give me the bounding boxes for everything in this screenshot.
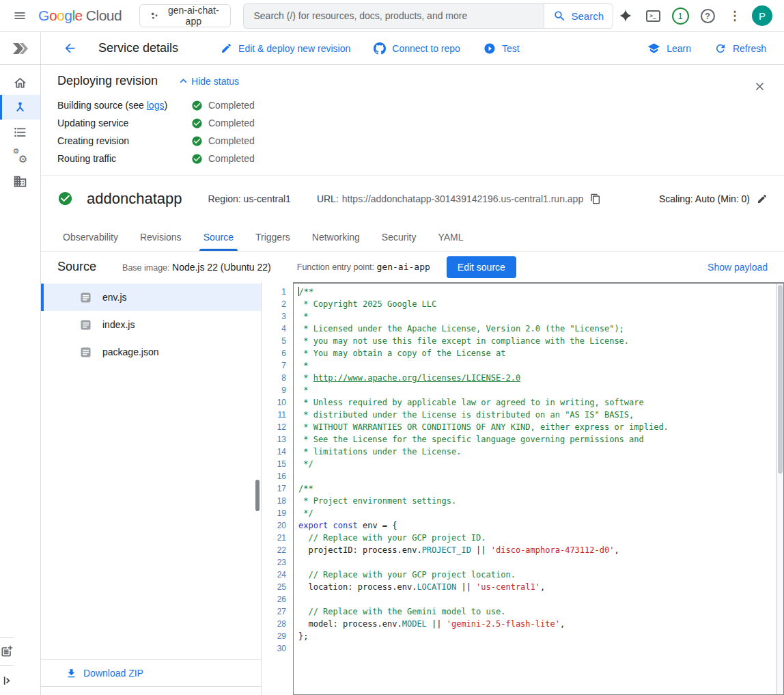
learn-label: Learn [667,43,691,54]
show-payload-link[interactable]: Show payload [708,262,768,273]
code-token: * You may obtain a copy of the License a… [298,349,505,358]
check-circle-icon [191,118,203,129]
code-line: * Unless required by applicable law or a… [298,396,772,409]
close-status-button[interactable] [747,74,772,98]
service-header: addonchatapp Region: us-central1 URL: ht… [41,176,784,221]
edit-scaling-button[interactable] [757,193,768,204]
notifications-badge: 1 [672,8,689,25]
rail-item-home[interactable] [0,70,40,95]
copy-url-button[interactable] [590,193,601,204]
download-zip-button[interactable]: Download ZIP [41,659,261,687]
line-number: 29 [262,630,286,642]
file-icon [81,292,91,303]
google-cloud-logo[interactable]: Google Cloud [38,8,122,24]
service-region: Region: us-central1 [208,193,290,204]
hide-status-button[interactable]: Hide status [177,74,239,87]
tab-yaml[interactable]: YAML [427,221,474,251]
code-token: /** [298,484,313,493]
rail-item-list[interactable] [0,120,40,144]
editor-scrollbar-thumb[interactable] [778,285,783,474]
connect-repo-button[interactable]: Connect to repo [374,42,460,55]
entry-point-label: Function entry point: [297,262,374,272]
more-options-button[interactable]: ⋮ [723,3,747,28]
base-image-value: Node.js 22 (Ubuntu 22) [172,262,271,273]
cloud-shell-button[interactable]: >_ [641,3,665,28]
file-panel: env.jsindex.jspackage.json Download ZIP [41,282,262,695]
service-url[interactable]: https://addonchatapp-301439142196.us-cen… [342,193,583,204]
cloud-shell-icon: >_ [646,10,660,22]
code-line: // Replace with your GCP project ID. [298,532,772,544]
tab-security[interactable]: Security [371,221,428,251]
code-line: projectID: process.env.PROJECT_ID || 'di… [298,544,772,556]
code-line: /** [298,482,772,495]
code-line [298,593,772,605]
tab-revisions[interactable]: Revisions [129,221,193,251]
gemini-button[interactable] [613,3,638,28]
download-icon [66,668,77,679]
release-notes-button[interactable] [0,637,14,665]
base-image: Base image: Node.js 22 (Ubuntu 22) [122,262,271,273]
tab-observability[interactable]: Observability [52,221,129,251]
notifications-button[interactable]: 1 [668,3,692,28]
file-item-package.json[interactable]: package.json [41,338,261,366]
check-circle-icon [191,135,203,147]
tab-source[interactable]: Source [193,221,244,251]
line-number: 5 [262,335,286,347]
rail-item-domains[interactable] [0,169,40,193]
learn-button[interactable]: Learn [647,42,691,55]
deploy-status-panel: Deploying revision Hide status Building … [41,66,784,176]
status-value: Completed [191,100,255,111]
tab-triggers[interactable]: Triggers [244,221,301,251]
file-icon [81,320,91,330]
code-line: model: process.env.MODEL || 'gemini-2.5-… [298,618,772,630]
page-title: Service details [98,41,178,55]
gears-icon: ⚙ ⚙ [13,150,28,163]
project-icon [150,10,159,22]
rail-item-services[interactable] [0,95,40,120]
tab-networking[interactable]: Networking [301,221,371,251]
code-lines[interactable]: /** * Copyright 2025 Google LLC * * Lice… [293,282,784,695]
edit-deploy-button[interactable]: Edit & deploy new revision [221,42,350,54]
file-item-index.js[interactable]: index.js [41,311,261,338]
main-menu-button[interactable] [10,3,30,28]
help-button[interactable]: ? [695,3,720,28]
test-button[interactable]: Test [484,42,520,55]
code-token: * Unless required by applicable law or a… [298,398,644,407]
scrollbar-thumb[interactable] [255,480,260,511]
status-row: Updating serviceCompleted [57,114,768,132]
status-label: Creating revision [57,135,191,146]
line-number: 14 [262,446,286,458]
play-circle-icon [484,42,496,55]
back-button[interactable] [57,36,82,61]
code-token: * [298,361,308,370]
code-token: }; [298,631,308,641]
download-zip-label: Download ZIP [83,668,143,679]
logs-link[interactable]: logs [147,100,165,111]
back-arrow-icon [63,41,77,55]
line-number: 20 [262,519,286,532]
search-input[interactable] [243,3,544,29]
code-token: location: process.env. [298,582,417,592]
editor-scrollbar[interactable] [776,284,783,694]
code-token: * Project environment settings. [298,496,456,506]
list-icon [13,125,27,139]
collapse-nav-button[interactable] [0,665,14,695]
collapse-panel-icon [0,674,14,687]
code-token: 'us-central1' [476,582,540,592]
status-text: Completed [208,100,255,111]
file-item-env.js[interactable]: env.js [41,284,261,311]
account-button[interactable]: P [750,3,774,28]
code-token: */ [298,508,313,518]
edit-source-button[interactable]: Edit source [447,256,516,278]
rail-item-settings[interactable]: ⚙ ⚙ [0,144,40,169]
project-selector[interactable]: gen-ai-chat-app [139,4,231,27]
graduation-cap-icon [647,42,660,55]
status-row: Creating revisionCompleted [57,132,768,150]
code-line: * WITHOUT WARRANTIES OR CONDITIONS OF AN… [298,421,772,433]
line-number: 27 [262,605,286,618]
search-button[interactable]: Search [544,3,613,29]
logo-letter: g [64,8,72,23]
status-rows: Building source (see logs)CompletedUpdat… [57,96,768,167]
file-icon [81,347,91,357]
refresh-button[interactable]: Refresh [714,42,766,55]
